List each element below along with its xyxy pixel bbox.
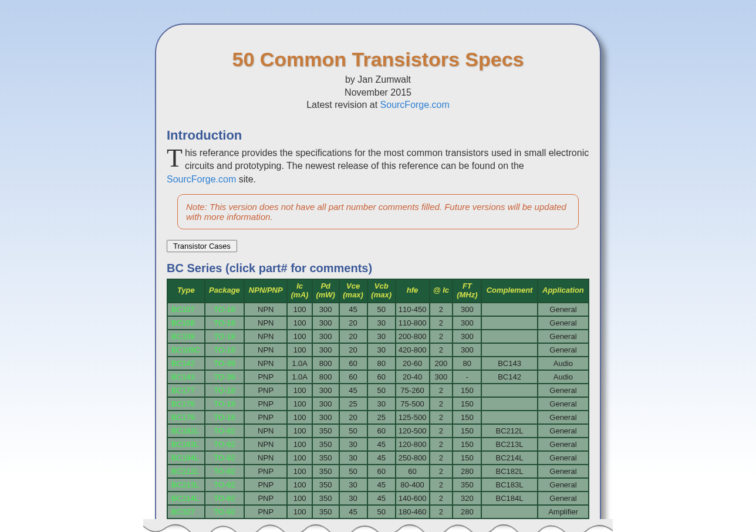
cell: 2 [430, 479, 453, 491]
cell: 50 [368, 303, 395, 316]
cell: 30 [368, 330, 395, 343]
cell: 180-460 [396, 506, 429, 518]
cell: 25 [340, 398, 367, 410]
cell: 280 [453, 506, 481, 518]
cell: 45 [368, 438, 395, 450]
table-title: BC Series (click part# for comments) [167, 262, 589, 275]
cell: NPN [245, 438, 286, 450]
table-row: BC212LTO-92PNP1003505060602280BC182LGene… [168, 465, 588, 477]
cell: General [538, 479, 588, 491]
cell: 100 [288, 479, 312, 491]
col-header: NPN/PNP [245, 280, 286, 302]
package-link[interactable]: TO-92 [205, 452, 244, 464]
cell: 350 [313, 479, 339, 491]
package-link[interactable]: TO-18 [205, 317, 244, 329]
part-number-link[interactable]: BC108 [168, 317, 204, 329]
cell: NPN [245, 357, 286, 370]
cell: 300 [453, 330, 481, 343]
cell: 2 [430, 344, 453, 356]
package-link[interactable]: TO-18 [205, 398, 244, 410]
cell: 80-400 [396, 479, 429, 491]
table-row: BC179TO-18PNP1003002025125-5002150Genera… [168, 411, 588, 423]
cell: 100 [288, 330, 312, 343]
cell: PNP [245, 371, 286, 383]
cell: PNP [245, 384, 286, 397]
cell: 20 [340, 317, 367, 329]
intro-link[interactable]: SourcForge.com [167, 174, 236, 184]
package-link[interactable]: TO-92 [205, 492, 244, 504]
cell: General [538, 438, 588, 450]
table-row: BC327TO-92PNP1003504550180-4602280Amplif… [168, 506, 588, 518]
part-number-link[interactable]: BC212L [168, 465, 204, 477]
part-number-link[interactable]: BC179 [168, 411, 204, 423]
cell: General [538, 344, 588, 356]
cell: 60 [368, 425, 395, 437]
cell: 100 [288, 398, 312, 410]
part-number-link[interactable]: BC178 [168, 398, 204, 410]
package-link[interactable]: TO-92 [205, 506, 244, 518]
cell: 300 [313, 398, 339, 410]
cell: 60 [368, 465, 395, 477]
page: 50 Common Transistors Specs by Jan Zumwa… [0, 0, 756, 532]
revision-link[interactable]: SourcForge.com [380, 100, 450, 110]
intro-text-2: site. [236, 174, 256, 184]
cell: 45 [368, 452, 395, 464]
cell: 60 [396, 465, 429, 477]
cell: 20 [340, 411, 367, 423]
part-number-link[interactable]: BC177 [168, 384, 204, 397]
part-number-link[interactable]: BC183L [168, 438, 204, 450]
package-link[interactable]: TO-18 [205, 303, 244, 316]
cell: 60 [368, 371, 395, 383]
cell [482, 411, 537, 423]
part-number-link[interactable]: BC142 [168, 357, 204, 370]
cell: 110-450 [396, 303, 429, 316]
cell: General [538, 425, 588, 437]
cell: 2 [430, 438, 453, 450]
part-number-link[interactable]: BC184L [168, 452, 204, 464]
cell: 800 [313, 371, 339, 383]
package-link[interactable]: TO-92 [205, 465, 244, 477]
cell: 125-500 [396, 411, 429, 423]
cell: BC184L [482, 492, 537, 504]
cell: 300 [453, 303, 481, 316]
package-link[interactable]: TO-18 [205, 384, 244, 397]
part-number-link[interactable]: BC109C [168, 344, 204, 356]
cell: 350 [313, 465, 339, 477]
package-link[interactable]: TO-92 [205, 425, 244, 437]
package-link[interactable]: TO-39 [205, 371, 244, 383]
col-header: Application [538, 280, 588, 302]
package-link[interactable]: TO-18 [205, 330, 244, 343]
cell: 200-800 [396, 330, 429, 343]
part-number-link[interactable]: BC182L [168, 425, 204, 437]
package-link[interactable]: TO-18 [205, 411, 244, 423]
package-link[interactable]: TO-92 [205, 479, 244, 491]
intro-text-1: his referance provides the specification… [185, 148, 589, 171]
cell: General [538, 411, 588, 423]
transistor-cases-button[interactable]: Transistor Cases [167, 240, 237, 252]
cell: General [538, 384, 588, 397]
cell [482, 303, 537, 316]
cell: 100 [288, 303, 312, 316]
part-number-link[interactable]: BC109 [168, 330, 204, 343]
cell: 300 [313, 303, 339, 316]
package-link[interactable]: TO-18 [205, 344, 244, 356]
part-number-link[interactable]: BC327 [168, 506, 204, 518]
cell: Amplifier [538, 506, 588, 518]
cell: 150 [453, 398, 481, 410]
cell: 30 [368, 398, 395, 410]
cell: 140-600 [396, 492, 429, 504]
cell: 2 [430, 330, 453, 343]
part-number-link[interactable]: BC214L [168, 492, 204, 504]
part-number-link[interactable]: BC143 [168, 371, 204, 383]
part-number-link[interactable]: BC107 [168, 303, 204, 316]
cell: PNP [245, 492, 286, 504]
cell: 350 [313, 506, 339, 518]
cell: Audio [538, 371, 588, 383]
cell: PNP [245, 465, 286, 477]
package-link[interactable]: TO-39 [205, 357, 244, 370]
cell [482, 506, 537, 518]
cell: 120-500 [396, 425, 429, 437]
part-number-link[interactable]: BC213L [168, 479, 204, 491]
cell: 2 [430, 506, 453, 518]
package-link[interactable]: TO-92 [205, 438, 244, 450]
